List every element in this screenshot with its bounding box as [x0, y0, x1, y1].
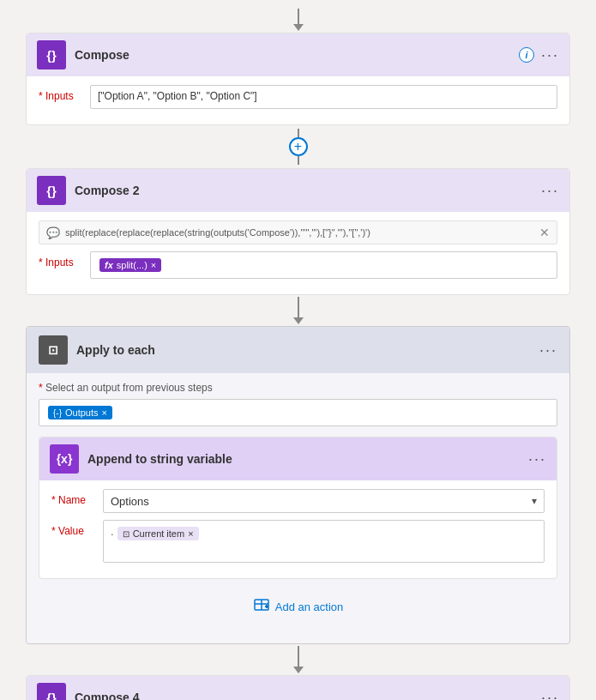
fx-icon: fx	[105, 260, 113, 270]
formula-icon: 💬	[46, 226, 60, 239]
value-field-row: Value . ⊡ Current item ×	[51, 520, 545, 563]
append-string-ellipsis-button[interactable]: ···	[528, 451, 546, 467]
outputs-token-close[interactable]: ×	[102, 407, 107, 418]
compose2-split-token: fx split(...) ×	[99, 258, 161, 272]
compose1-inputs-field[interactable]: ["Option A", "Option B", "Option C"]	[90, 85, 557, 109]
plus-circle-1[interactable]: +	[289, 137, 308, 156]
compose2-inputs-field[interactable]: fx split(...) ×	[90, 251, 557, 279]
compose2-formula-text: split(replace(replace(replace(string(out…	[65, 227, 539, 238]
add-action-label: Add an action	[275, 600, 344, 613]
add-action-icon	[253, 596, 270, 618]
apply-each-card: ⊡ Apply to each ··· Select an output fro…	[26, 326, 570, 644]
add-action-svg	[253, 596, 270, 613]
plus-line-top-1	[298, 129, 299, 137]
compose2-ellipsis-button[interactable]: ···	[541, 183, 559, 198]
name-field-row: Name Options ▾	[51, 489, 545, 513]
arrow-connector-2	[293, 297, 304, 324]
compose2-menu: ···	[541, 183, 559, 198]
current-item-icon: ⊡	[123, 529, 129, 539]
compose1-ellipsis-button[interactable]: ···	[541, 47, 559, 63]
compose2-inputs-row: Inputs fx split(...) ×	[39, 251, 557, 279]
compose2-body: 💬 split(replace(replace(replace(string(o…	[27, 212, 569, 294]
compose2-formula-close[interactable]: ✕	[539, 226, 550, 239]
dropdown-arrow-icon: ▾	[532, 495, 537, 507]
add-action-area[interactable]: Add an action	[39, 579, 557, 635]
arrow-connector-3	[293, 646, 304, 673]
name-label: Name	[51, 489, 103, 506]
add-action-button[interactable]: Add an action	[253, 596, 344, 618]
compose2-card: {} Compose 2 ··· 💬 split(replace(replace…	[26, 168, 570, 295]
apply-each-ellipsis-button[interactable]: ···	[539, 342, 557, 358]
compose2-header: {} Compose 2 ···	[27, 169, 569, 212]
current-item-close[interactable]: ×	[188, 528, 193, 539]
compose4-menu: ···	[541, 690, 559, 700]
compose1-info-button[interactable]: i	[519, 47, 534, 63]
compose2-token-close[interactable]: ×	[151, 260, 156, 270]
append-string-header: {x} Append to string variable ···	[39, 438, 557, 480]
value-input-field[interactable]: . ⊡ Current item ×	[103, 520, 545, 563]
value-label: Value	[51, 520, 103, 537]
compose1-icon: {}	[37, 40, 66, 69]
select-output-label: Select an output from previous steps	[39, 382, 557, 394]
current-item-token: ⊡ Current item ×	[117, 527, 199, 540]
compose2-title: Compose 2	[66, 184, 541, 197]
compose4-header: {} Compose 4 ···	[27, 676, 569, 700]
append-string-title: Append to string variable	[79, 452, 528, 466]
append-string-card: {x} Append to string variable ··· Name O…	[39, 437, 557, 579]
compose4-ellipsis-button[interactable]: ···	[541, 690, 559, 700]
compose4-title: Compose 4	[66, 691, 541, 700]
compose2-icon: {}	[37, 176, 66, 205]
output-field[interactable]: {-} Outputs ×	[39, 399, 557, 426]
compose1-inputs-label: Inputs	[39, 85, 90, 102]
plus-line-bottom-1	[298, 156, 299, 165]
outputs-token-icon: {-}	[53, 408, 62, 418]
plus-connector-1[interactable]: +	[289, 129, 308, 165]
apply-each-title: Apply to each	[68, 343, 539, 357]
apply-each-header: ⊡ Apply to each ···	[27, 327, 569, 373]
compose2-formula-bar: 💬 split(replace(replace(replace(string(o…	[39, 220, 557, 244]
value-prefix: .	[111, 525, 114, 538]
name-value: Options	[111, 495, 149, 508]
flow-container: {} Compose i ··· Inputs ["Option A", "Op…	[0, 0, 596, 700]
compose4-card: {} Compose 4 ··· Inputs {x} Options ×	[26, 675, 570, 700]
compose4-icon: {}	[37, 683, 66, 700]
compose1-header: {} Compose i ···	[27, 33, 569, 76]
append-string-body: Name Options ▾ Value . ⊡ Cu	[39, 480, 557, 578]
compose1-inputs-row: Inputs ["Option A", "Option B", "Option …	[39, 85, 557, 109]
outputs-token-label: Outputs	[65, 407, 99, 418]
compose1-menu: i ···	[519, 47, 559, 63]
compose1-title: Compose	[66, 48, 519, 62]
apply-each-icon: ⊡	[39, 335, 68, 365]
compose1-card: {} Compose i ··· Inputs ["Option A", "Op…	[26, 33, 570, 125]
compose2-token-label: split(...)	[117, 260, 147, 270]
name-dropdown[interactable]: Options ▾	[103, 489, 545, 513]
compose1-body: Inputs ["Option A", "Option B", "Option …	[27, 76, 569, 124]
current-item-label: Current item	[133, 528, 185, 539]
append-string-icon: {x}	[50, 444, 79, 474]
arrow-connector-top	[293, 9, 304, 31]
apply-each-body: Select an output from previous steps {-}…	[27, 373, 569, 643]
compose2-inputs-label: Inputs	[39, 251, 90, 269]
outputs-token: {-} Outputs ×	[48, 406, 112, 419]
